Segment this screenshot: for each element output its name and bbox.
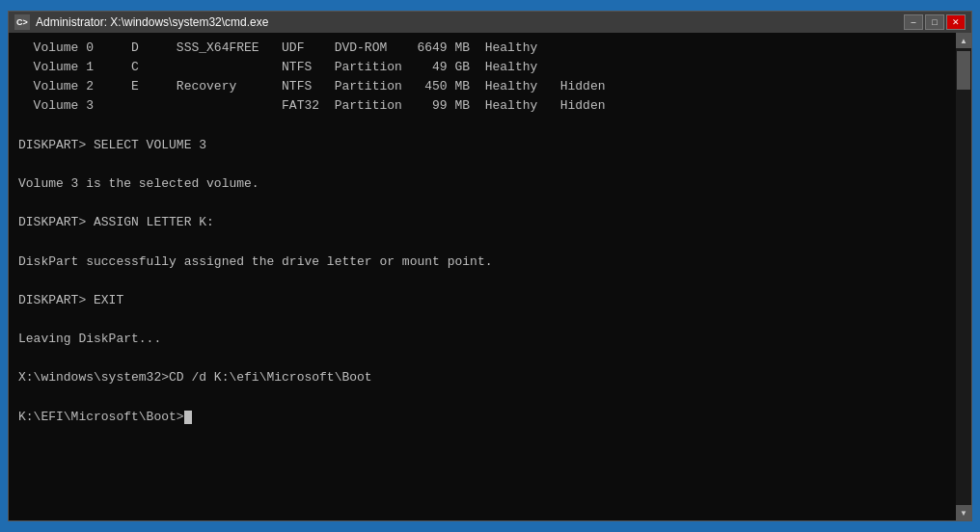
restore-button[interactable]: □: [925, 14, 944, 30]
cmd-window: C> Administrator: X:\windows\system32\cm…: [8, 11, 972, 521]
minimize-button[interactable]: –: [904, 14, 923, 30]
title-bar: C> Administrator: X:\windows\system32\cm…: [9, 12, 971, 33]
window-body: Volume 0 D SSS_X64FREE UDF DVD-ROM 6649 …: [9, 33, 971, 520]
scroll-down-button[interactable]: ▼: [956, 505, 971, 520]
window-icon: C>: [14, 14, 30, 30]
console-output: Volume 0 D SSS_X64FREE UDF DVD-ROM 6649 …: [9, 33, 956, 520]
close-button[interactable]: ✕: [946, 14, 966, 30]
scrollbar-track[interactable]: [956, 48, 971, 505]
window-controls: – □ ✕: [904, 14, 966, 30]
scrollbar-thumb[interactable]: [957, 51, 970, 90]
scroll-up-button[interactable]: ▲: [956, 33, 971, 48]
window-title: Administrator: X:\windows\system32\cmd.e…: [36, 15, 904, 29]
scrollbar[interactable]: ▲ ▼: [956, 33, 971, 520]
